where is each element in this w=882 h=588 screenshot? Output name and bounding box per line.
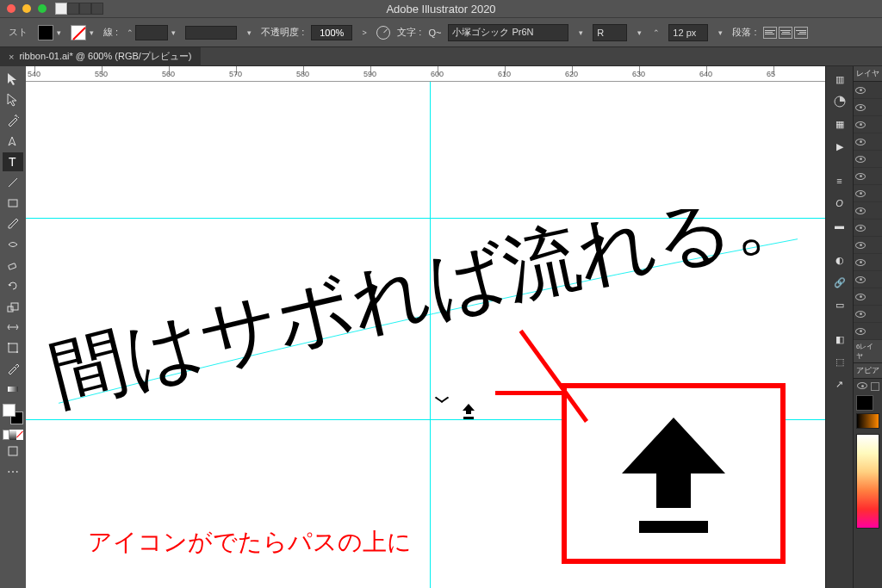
visibility-toggle-icon[interactable]	[855, 104, 866, 111]
layer-row[interactable]	[854, 323, 882, 340]
svg-point-7	[8, 343, 9, 344]
canvas[interactable]: 間はサボれば流れる。 アイコンがでたらパスの上に	[26, 82, 825, 588]
visibility-toggle-icon[interactable]	[855, 139, 866, 145]
eyedropper-tool-icon[interactable]	[3, 359, 23, 378]
layer-row[interactable]	[854, 306, 882, 323]
font-size-stepper-down[interactable]: ⌃	[651, 28, 662, 37]
asset-export-panel-icon[interactable]: ↗	[830, 374, 849, 393]
visibility-toggle-icon[interactable]	[855, 225, 866, 232]
scale-tool-icon[interactable]	[3, 297, 23, 316]
arrange-documents-icon[interactable]	[55, 3, 103, 15]
right-dock-icons: ▥ ▦ ▶ ≡ O ▬ ◐ 🔗 ▭ ◧ ⬚ ↗	[825, 66, 853, 588]
layers-panel-header[interactable]: レイヤ	[854, 66, 882, 82]
color-spectrum[interactable]	[856, 434, 879, 529]
layer-row[interactable]	[854, 220, 882, 237]
upload-arrow-icon	[596, 405, 751, 542]
type-tool-icon[interactable]: T	[3, 152, 23, 171]
layer-row[interactable]	[854, 99, 882, 116]
visibility-toggle-icon[interactable]	[855, 190, 866, 197]
ruler-label: 640	[699, 70, 712, 78]
visibility-toggle-icon[interactable]	[855, 259, 866, 266]
opacity-input[interactable]	[311, 25, 352, 40]
visibility-toggle-icon[interactable]	[855, 311, 866, 318]
layer-row[interactable]	[854, 116, 882, 133]
visibility-toggle-icon[interactable]	[855, 207, 866, 214]
width-tool-icon[interactable]	[3, 318, 23, 337]
magic-wand-tool-icon[interactable]	[3, 111, 23, 130]
symbols-panel-icon[interactable]: O	[830, 194, 849, 213]
layer-row[interactable]	[854, 133, 882, 151]
screen-mode-icon[interactable]	[3, 442, 23, 461]
shaper-tool-icon[interactable]	[3, 235, 23, 254]
stroke-swatch[interactable]: ▾	[71, 25, 96, 40]
edit-toolbar-icon[interactable]: ⋯	[3, 462, 23, 481]
layer-row[interactable]	[854, 185, 882, 202]
annotation-callout-box	[562, 383, 786, 564]
rectangle-tool-icon[interactable]	[3, 194, 23, 213]
transparency-panel-icon[interactable]: ◐	[830, 251, 849, 269]
document-tab-bar: × ribbon-01.ai* @ 600% (RGB/プレビュー)	[0, 47, 882, 66]
recolor-artwork-icon[interactable]	[376, 26, 390, 40]
appearance-fill-swatch[interactable]	[856, 395, 873, 411]
align-center-icon[interactable]	[779, 27, 792, 39]
fill-swatch[interactable]: ▾	[38, 25, 64, 40]
visibility-toggle-icon[interactable]	[855, 173, 866, 180]
layer-row[interactable]	[854, 151, 882, 168]
paintbrush-tool-icon[interactable]	[3, 214, 23, 233]
brushes-panel-icon[interactable]: ▬	[830, 216, 849, 235]
font-size-input[interactable]	[668, 24, 708, 41]
visibility-toggle-icon[interactable]	[855, 276, 866, 283]
align-panel-icon[interactable]: ▭	[830, 295, 849, 314]
visibility-toggle-icon[interactable]	[855, 328, 866, 335]
svg-rect-4	[8, 306, 13, 312]
align-left-icon[interactable]	[763, 27, 777, 39]
font-family-input[interactable]	[448, 24, 568, 41]
zoom-window-button[interactable]	[38, 4, 47, 13]
opacity-dropdown[interactable]: >	[359, 28, 370, 37]
close-tab-icon[interactable]: ×	[9, 52, 14, 62]
visibility-toggle-icon[interactable]	[855, 87, 866, 94]
align-right-icon[interactable]	[794, 27, 808, 39]
minimize-window-button[interactable]	[22, 4, 31, 13]
stroke-panel-icon[interactable]: ≡	[830, 171, 849, 190]
layer-row[interactable]	[854, 202, 882, 220]
layer-row[interactable]	[854, 254, 882, 271]
selection-tool-icon[interactable]	[3, 70, 23, 89]
close-window-button[interactable]	[7, 4, 16, 13]
properties-panel-icon[interactable]: ▥	[830, 70, 849, 89]
libraries-panel-icon[interactable]: ▶	[830, 137, 849, 156]
color-mode-icons[interactable]	[3, 430, 23, 440]
visibility-toggle-icon[interactable]	[855, 121, 866, 128]
pathfinder-panel-icon[interactable]: ◧	[830, 330, 849, 349]
artboards-panel-icon[interactable]: ⬚	[830, 352, 849, 371]
line-tool-icon[interactable]	[3, 173, 23, 192]
free-transform-tool-icon[interactable]	[3, 338, 23, 357]
swatches-panel-icon[interactable]: ▦	[830, 115, 849, 133]
ruler-label: 550	[95, 70, 108, 78]
links-panel-icon[interactable]: 🔗	[830, 273, 849, 292]
font-weight-input[interactable]	[593, 24, 627, 41]
eraser-tool-icon[interactable]	[3, 256, 23, 275]
stroke-width-stepper[interactable]: ⌃▾	[125, 25, 178, 40]
layer-row[interactable]	[854, 82, 882, 99]
stroke-width-input[interactable]	[135, 25, 168, 40]
fill-stroke-swatch[interactable]	[3, 404, 23, 424]
pen-tool-icon[interactable]	[3, 132, 23, 151]
gradient-swatch[interactable]	[856, 413, 879, 429]
opacity-label: 不透明度 :	[261, 26, 304, 39]
color-panel-icon[interactable]	[830, 92, 849, 111]
layer-row[interactable]	[854, 271, 882, 288]
visibility-toggle-icon[interactable]	[855, 242, 866, 249]
direct-selection-tool-icon[interactable]	[3, 90, 23, 109]
visibility-toggle-icon[interactable]	[857, 382, 867, 389]
stroke-profile-dropdown[interactable]	[185, 26, 237, 40]
appearance-panel-header[interactable]: アピア	[854, 363, 882, 379]
layer-row[interactable]	[854, 168, 882, 185]
visibility-toggle-icon[interactable]	[855, 294, 866, 300]
rotate-tool-icon[interactable]	[3, 276, 23, 295]
layer-row[interactable]	[854, 237, 882, 254]
document-tab[interactable]: × ribbon-01.ai* @ 600% (RGB/プレビュー)	[0, 47, 201, 66]
layer-row[interactable]	[854, 288, 882, 306]
visibility-toggle-icon[interactable]	[855, 156, 866, 163]
gradient-tool-icon[interactable]	[3, 380, 23, 399]
